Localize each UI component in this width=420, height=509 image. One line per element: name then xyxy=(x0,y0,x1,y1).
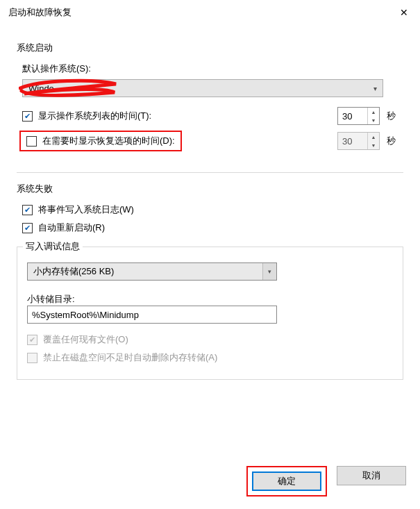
close-icon: ✕ xyxy=(400,7,408,18)
default-os-select[interactable]: Windo ▾ xyxy=(22,79,383,97)
disable-delete-label: 禁止在磁盘空间不足时自动删除内存转储(A) xyxy=(43,351,217,364)
chevron-down-icon: ▾ xyxy=(373,85,377,92)
debug-info-legend: 写入调试信息 xyxy=(23,240,83,253)
overwrite-checkbox xyxy=(27,335,37,345)
dump-dir-value: %SystemRoot%\Minidump xyxy=(32,310,139,320)
seconds-unit: 秒 xyxy=(387,110,403,122)
close-button[interactable]: ✕ xyxy=(388,2,420,23)
show-recovery-seconds-spinner: ▲ ▼ xyxy=(337,132,380,150)
write-log-checkbox[interactable] xyxy=(22,205,33,215)
system-failure-heading: 系统失败 xyxy=(17,183,403,195)
spinner-down-icon[interactable]: ▼ xyxy=(368,116,379,124)
overwrite-label: 覆盖任何现有文件(O) xyxy=(43,333,128,346)
disable-delete-row: 禁止在磁盘空间不足时自动删除内存转储(A) xyxy=(27,351,393,364)
spinner-buttons-disabled: ▲ ▼ xyxy=(367,133,379,149)
spinner-buttons[interactable]: ▲ ▼ xyxy=(367,108,379,124)
show-os-list-seconds-input[interactable] xyxy=(338,108,367,124)
seconds-unit: 秒 xyxy=(387,135,403,147)
titlebar: 启动和故障恢复 ✕ xyxy=(0,0,420,25)
write-log-label: 将事件写入系统日志(W) xyxy=(38,203,134,216)
show-recovery-seconds-input xyxy=(338,133,367,149)
annotation-highlight-recovery: 在需要时显示恢复选项的时间(D): xyxy=(19,131,182,151)
system-startup-group: 系统启动 默认操作系统(S): Windo ▾ 显示操作系统列表的时间(T): xyxy=(17,42,403,151)
show-recovery-row: 在需要时显示恢复选项的时间(D): ▲ ▼ 秒 xyxy=(22,131,403,151)
show-os-list-seconds-spinner[interactable]: ▲ ▼ xyxy=(337,107,380,125)
show-os-list-row: 显示操作系统列表的时间(T): ▲ ▼ 秒 xyxy=(22,107,403,125)
annotation-highlight-ok: 确定 xyxy=(246,466,327,497)
dialog-buttons: 确定 取消 xyxy=(246,466,406,497)
spinner-down-icon: ▼ xyxy=(368,141,379,149)
default-os-label: 默认操作系统(S): xyxy=(22,62,403,75)
chevron-down-icon: ▾ xyxy=(262,263,276,280)
dump-type-value: 小内存转储(256 KB) xyxy=(28,265,262,278)
auto-restart-label: 自动重新启动(R) xyxy=(38,222,105,234)
system-startup-heading: 系统启动 xyxy=(17,42,403,54)
default-os-value: Windo xyxy=(28,83,373,94)
overwrite-row: 覆盖任何现有文件(O) xyxy=(27,333,393,346)
ok-button[interactable]: 确定 xyxy=(252,472,321,491)
dump-type-select[interactable]: 小内存转储(256 KB) ▾ xyxy=(27,262,277,281)
window-title: 启动和故障恢复 xyxy=(8,6,388,19)
dump-dir-label: 小转储目录: xyxy=(27,293,393,306)
auto-restart-checkbox[interactable] xyxy=(22,223,33,233)
dump-dir-input[interactable]: %SystemRoot%\Minidump xyxy=(27,306,277,324)
auto-restart-row: 自动重新启动(R) xyxy=(22,222,403,234)
disable-delete-checkbox xyxy=(27,353,37,363)
show-os-list-label: 显示操作系统列表的时间(T): xyxy=(38,110,151,122)
separator xyxy=(17,172,403,173)
spinner-up-icon[interactable]: ▲ xyxy=(368,108,379,116)
debug-info-frame: 写入调试信息 小内存转储(256 KB) ▾ 小转储目录: %SystemRoo… xyxy=(17,247,403,380)
show-recovery-checkbox[interactable] xyxy=(26,136,37,147)
spinner-up-icon: ▲ xyxy=(368,133,379,141)
show-recovery-label: 在需要时显示恢复选项的时间(D): xyxy=(42,135,175,147)
dialog-body: 系统启动 默认操作系统(S): Windo ▾ 显示操作系统列表的时间(T): xyxy=(0,25,420,380)
write-log-row: 将事件写入系统日志(W) xyxy=(22,203,403,216)
show-os-list-checkbox[interactable] xyxy=(22,111,33,122)
cancel-button[interactable]: 取消 xyxy=(337,466,406,485)
system-failure-group: 系统失败 将事件写入系统日志(W) 自动重新启动(R) 写入调试信息 小内存转储… xyxy=(17,183,403,380)
